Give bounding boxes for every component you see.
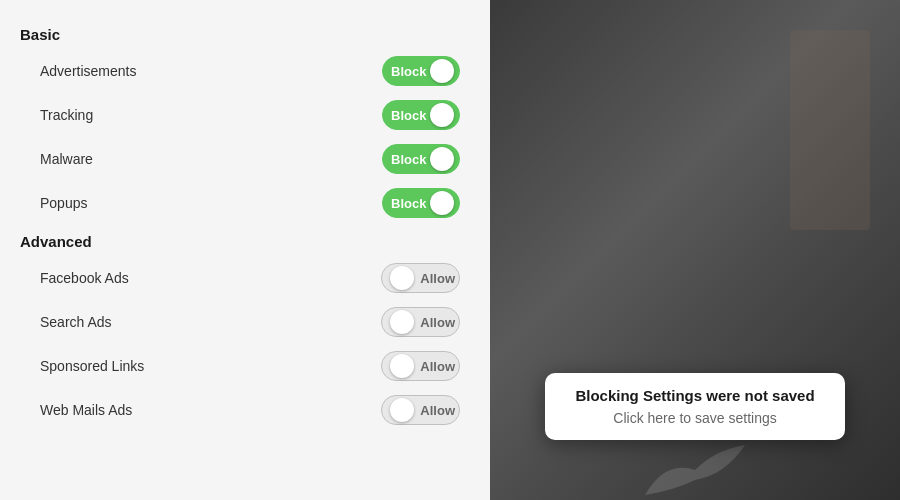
web-mail-ads-toggle-text: Allow: [420, 403, 455, 418]
setting-facebook-ads: Facebook Ads Allow: [20, 256, 470, 300]
advertisements-toggle[interactable]: Block: [382, 56, 460, 86]
search-ads-toggle-text: Allow: [420, 315, 455, 330]
sponsored-links-toggle-text: Allow: [420, 359, 455, 374]
malware-toggle[interactable]: Block: [382, 144, 460, 174]
web-mail-ads-toggle[interactable]: Allow: [381, 395, 460, 425]
setting-sponsored-links: Sponsored Links Allow: [20, 344, 470, 388]
notification-subtitle: Click here to save settings: [565, 410, 825, 426]
bird-silhouette: [635, 440, 755, 500]
wall-highlight: [790, 30, 870, 230]
malware-toggle-text: Block: [391, 152, 426, 167]
popups-label: Popups: [40, 195, 87, 211]
facebook-ads-toggle-text: Allow: [420, 271, 455, 286]
setting-popups: Popups Block: [20, 181, 470, 225]
setting-malware: Malware Block: [20, 137, 470, 181]
setting-tracking: Tracking Block: [20, 93, 470, 137]
tracking-knob: [430, 103, 454, 127]
web-mail-ads-knob: [390, 398, 414, 422]
settings-panel: Basic Advertisements Block Tracking Bloc…: [0, 0, 490, 500]
facebook-ads-knob: [390, 266, 414, 290]
notification-title: Blocking Settings were not saved: [565, 387, 825, 404]
advertisements-toggle-text: Block: [391, 64, 426, 79]
sponsored-links-toggle[interactable]: Allow: [381, 351, 460, 381]
malware-label: Malware: [40, 151, 93, 167]
notification-popup[interactable]: Blocking Settings were not saved Click h…: [545, 373, 845, 440]
advertisements-label: Advertisements: [40, 63, 136, 79]
search-ads-toggle[interactable]: Allow: [381, 307, 460, 337]
section-advanced-heading: Advanced: [20, 233, 470, 250]
popups-knob: [430, 191, 454, 215]
background-panel: Blocking Settings were not saved Click h…: [490, 0, 900, 500]
setting-web-mail-ads: Web Mails Ads Allow: [20, 388, 470, 432]
tracking-label: Tracking: [40, 107, 93, 123]
web-mail-ads-label: Web Mails Ads: [40, 402, 132, 418]
malware-knob: [430, 147, 454, 171]
search-ads-knob: [390, 310, 414, 334]
search-ads-label: Search Ads: [40, 314, 112, 330]
advertisements-knob: [430, 59, 454, 83]
tracking-toggle[interactable]: Block: [382, 100, 460, 130]
facebook-ads-label: Facebook Ads: [40, 270, 129, 286]
popups-toggle[interactable]: Block: [382, 188, 460, 218]
section-basic-heading: Basic: [20, 26, 470, 43]
sponsored-links-label: Sponsored Links: [40, 358, 144, 374]
sponsored-links-knob: [390, 354, 414, 378]
setting-search-ads: Search Ads Allow: [20, 300, 470, 344]
facebook-ads-toggle[interactable]: Allow: [381, 263, 460, 293]
tracking-toggle-text: Block: [391, 108, 426, 123]
setting-advertisements: Advertisements Block: [20, 49, 470, 93]
popups-toggle-text: Block: [391, 196, 426, 211]
